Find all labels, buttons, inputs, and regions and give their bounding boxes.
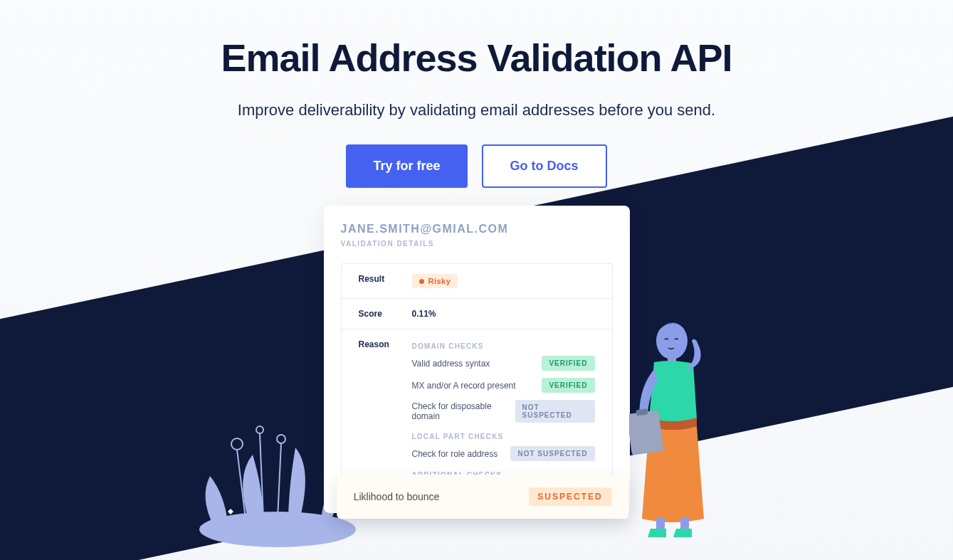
local-checks-title: LOCAL PART CHECKS [412,433,595,440]
score-label: Score [359,309,412,319]
validation-card: JANE.SMITH@GMIAL.COM VALIDATION DETAILS … [324,206,630,513]
domain-check-line: MX and/or A record present VERIFIED [412,378,595,393]
check-text: Valid address syntax [412,359,490,369]
result-label: Result [359,274,412,284]
check-text: Check for disposable domain [412,401,515,421]
svg-line-6 [278,443,281,519]
page-title: Email Address Validation API [0,36,953,80]
svg-rect-9 [629,410,664,455]
validation-details-label: VALIDATION DETAILS [341,240,613,248]
check-text: Check for role address [412,449,498,459]
local-check-line: Check for role address NOT SUSPECTED [412,446,595,461]
svg-point-5 [277,435,285,443]
bounce-callout: Liklihood to bounce SUSPECTED [337,475,628,519]
status-badge: NOT SUSPECTED [515,400,595,423]
risky-dot-icon [419,279,424,284]
domain-check-line: Check for disposable domain NOT SUSPECTE… [412,400,595,423]
score-value: 0.11% [412,309,595,319]
svg-rect-13 [680,517,689,530]
check-text: MX and/or A record present [412,381,516,391]
result-badge: Risky [412,274,458,288]
page-subtitle: Improve deliverability by validating ema… [0,101,953,120]
bounce-status-badge: SUSPECTED [529,487,611,506]
svg-rect-12 [656,517,665,530]
domain-checks-title: DOMAIN CHECKS [412,342,595,350]
email-address: JANE.SMITH@GMIAL.COM [341,223,613,236]
go-to-docs-button[interactable]: Go to Docs [482,144,607,188]
status-badge: VERIFIED [542,378,594,393]
status-badge: VERIFIED [542,356,594,371]
reason-label: Reason [359,339,412,349]
status-badge: NOT SUSPECTED [510,446,594,461]
score-row: Score 0.11% [341,298,613,329]
person-illustration [629,312,736,540]
svg-point-3 [256,426,263,433]
bounce-text: Liklihood to bounce [354,491,440,502]
cta-row: Try for free Go to Docs [0,144,953,188]
svg-point-1 [231,438,243,450]
result-row: Result Risky [341,263,613,298]
result-value: Risky [428,277,451,285]
domain-check-line: Valid address syntax VERIFIED [412,356,595,371]
try-for-free-button[interactable]: Try for free [346,144,467,188]
